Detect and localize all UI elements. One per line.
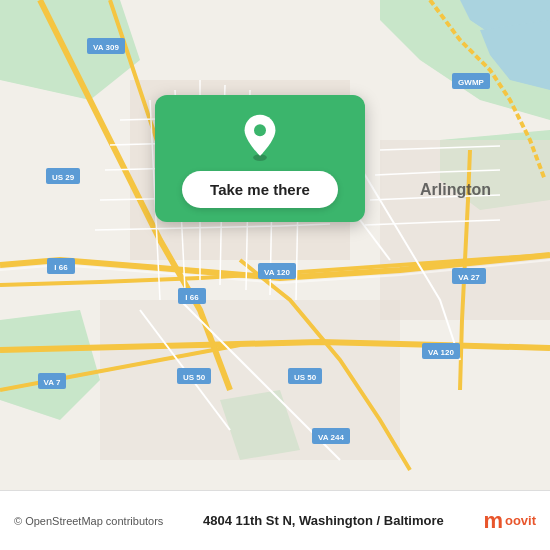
- svg-text:US 29: US 29: [52, 173, 75, 182]
- address-text: 4804 11th St N, Washington / Baltimore: [163, 513, 483, 528]
- map-container[interactable]: Arlington VA 309 US 29 I 66 I 66 VA 120 …: [0, 0, 550, 490]
- svg-text:VA 120: VA 120: [428, 348, 454, 357]
- popup-card: Take me there: [155, 95, 365, 222]
- moovit-logo-icon: m: [483, 508, 503, 534]
- take-me-there-button[interactable]: Take me there: [182, 171, 338, 208]
- svg-text:I 66: I 66: [185, 293, 199, 302]
- svg-text:VA 309: VA 309: [93, 43, 119, 52]
- copyright-text: © OpenStreetMap contributors: [14, 515, 163, 527]
- bottom-bar: © OpenStreetMap contributors 4804 11th S…: [0, 490, 550, 550]
- svg-text:Arlington: Arlington: [420, 181, 491, 198]
- svg-text:VA 120: VA 120: [264, 268, 290, 277]
- svg-text:US 50: US 50: [183, 373, 206, 382]
- svg-text:GWMP: GWMP: [458, 78, 484, 87]
- svg-text:US 50: US 50: [294, 373, 317, 382]
- moovit-logo-text: oovit: [505, 513, 536, 528]
- svg-point-30: [254, 124, 266, 136]
- svg-text:VA 7: VA 7: [44, 378, 61, 387]
- svg-text:VA 244: VA 244: [318, 433, 344, 442]
- pin-icon: [236, 113, 284, 161]
- svg-text:I 66: I 66: [54, 263, 68, 272]
- moovit-logo: m oovit: [483, 508, 536, 534]
- svg-text:VA 27: VA 27: [458, 273, 480, 282]
